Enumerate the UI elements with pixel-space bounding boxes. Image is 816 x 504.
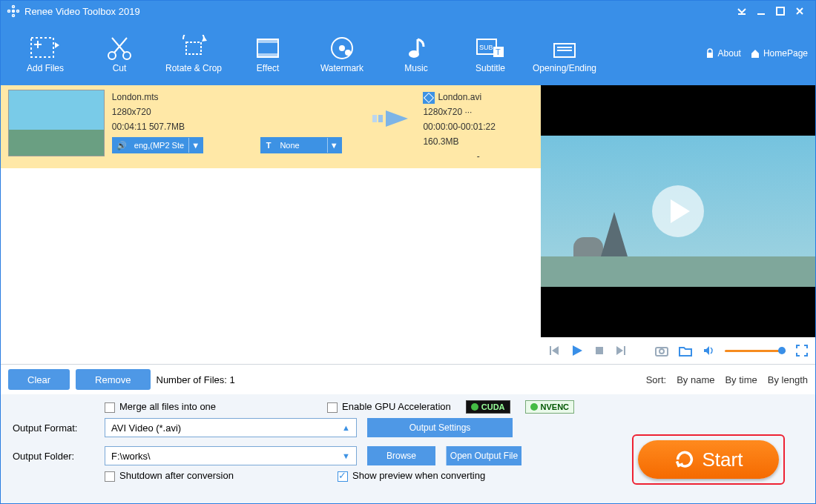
stop-button[interactable] xyxy=(594,345,605,356)
fullscreen-button[interactable] xyxy=(796,345,808,357)
subtitle-track-selector[interactable]: T None ▼ xyxy=(260,137,342,153)
sort-by-name[interactable]: By name xyxy=(677,374,714,385)
start-button[interactable]: Start xyxy=(638,440,779,479)
scissors-icon xyxy=(101,33,138,63)
file-count-label: Number of Files: 1 xyxy=(157,374,235,385)
opening-ending-button[interactable]: Opening/Ending xyxy=(527,24,602,83)
snapshot-button[interactable] xyxy=(655,345,668,357)
audio-track-selector[interactable]: 🔊 eng,(MP2 Ste ▼ xyxy=(112,137,203,153)
svg-point-19 xyxy=(345,50,351,56)
browse-button[interactable]: Browse xyxy=(367,446,435,465)
svg-rect-6 xyxy=(757,13,765,15)
svg-rect-10 xyxy=(37,41,39,48)
source-duration-size: 00:04:11 507.7MB xyxy=(112,119,260,134)
bottom-panel: Clear Remove Number of Files: 1 Sort: By… xyxy=(1,364,815,504)
file-list: London.mts 1280x720 00:04:11 507.7MB 🔊 e… xyxy=(1,85,541,364)
preview-checkbox[interactable]: Show preview when converting xyxy=(338,470,485,482)
about-link[interactable]: About xyxy=(705,48,741,59)
cuda-badge: CUDA xyxy=(466,400,510,414)
remove-button[interactable]: Remove xyxy=(76,369,150,390)
gpu-checkbox[interactable]: Enable GPU Acceleration xyxy=(327,401,451,413)
svg-rect-7 xyxy=(777,7,784,15)
main-toolbar: Add Files Cut Rotate & Crop Effect Water… xyxy=(1,21,815,85)
close-icon[interactable] xyxy=(790,1,809,21)
slate-icon xyxy=(546,33,583,63)
open-folder-button[interactable] xyxy=(679,345,692,357)
tool-label: Rotate & Crop xyxy=(165,63,222,73)
svg-rect-16 xyxy=(257,53,278,57)
add-files-button[interactable]: Add Files xyxy=(8,24,82,83)
sort-by-time[interactable]: By time xyxy=(725,374,757,385)
svg-rect-32 xyxy=(596,347,603,354)
play-overlay-button[interactable] xyxy=(652,185,704,237)
svg-rect-27 xyxy=(557,50,572,51)
volume-slider[interactable] xyxy=(725,350,786,352)
menu-dropdown-icon[interactable] xyxy=(732,1,751,21)
output-format-select[interactable]: AVI Video (*.avi) ▲ xyxy=(105,418,357,437)
output-dash: - xyxy=(423,149,533,164)
svg-text:T: T xyxy=(496,47,501,56)
svg-point-35 xyxy=(659,349,664,354)
home-icon xyxy=(750,48,760,59)
chevron-up-icon: ▲ xyxy=(342,423,350,432)
edit-icon[interactable] xyxy=(423,92,435,104)
nvenc-badge: NVENC xyxy=(525,400,575,414)
merge-checkbox[interactable]: Merge all files into one xyxy=(105,401,216,413)
svg-point-20 xyxy=(409,50,419,58)
output-folder-value: F:\works\ xyxy=(111,451,151,462)
svg-rect-5 xyxy=(738,13,746,15)
text-icon: T xyxy=(262,138,276,153)
svg-point-3 xyxy=(8,10,10,13)
svg-rect-30 xyxy=(378,115,383,122)
cuda-text: CUDA xyxy=(481,402,505,411)
video-preview[interactable] xyxy=(541,85,815,337)
svg-point-2 xyxy=(13,15,15,17)
watermark-button[interactable]: Watermark xyxy=(305,24,379,83)
tool-label: Cut xyxy=(113,63,127,73)
clear-button[interactable]: Clear xyxy=(8,369,70,390)
watermark-icon xyxy=(323,33,361,63)
output-folder-label: Output Folder: xyxy=(13,451,94,462)
cut-button[interactable]: Cut xyxy=(82,24,157,83)
output-settings-button[interactable]: Output Settings xyxy=(367,418,513,437)
rotate-crop-button[interactable]: Rotate & Crop xyxy=(157,24,231,83)
svg-point-18 xyxy=(339,45,345,51)
output-resolution: 1280x720 ··· xyxy=(423,105,533,119)
svg-rect-29 xyxy=(372,115,377,122)
svg-point-12 xyxy=(123,52,131,59)
dropdown-icon[interactable]: ▼ xyxy=(327,138,340,153)
output-filename: London.avi xyxy=(438,92,481,102)
sort-by-length[interactable]: By length xyxy=(768,374,808,385)
dropdown-icon[interactable]: ▼ xyxy=(188,138,202,153)
volume-icon[interactable] xyxy=(703,345,714,357)
arrow-icon xyxy=(363,90,423,164)
subtitle-button[interactable]: SUBT Subtitle xyxy=(453,24,527,83)
music-icon xyxy=(398,33,435,63)
output-format-label: Output Format: xyxy=(13,422,94,434)
svg-rect-33 xyxy=(624,346,625,355)
music-button[interactable]: Music xyxy=(379,24,453,83)
output-folder-select[interactable]: F:\works\ ▼ xyxy=(105,446,357,465)
open-output-file-button[interactable]: Open Output File xyxy=(446,446,521,465)
title-bar: Renee Video Toolbox 2019 xyxy=(1,1,815,21)
svg-point-4 xyxy=(17,10,19,13)
minimize-icon[interactable] xyxy=(751,1,771,21)
svg-rect-31 xyxy=(550,346,551,355)
file-thumbnail xyxy=(8,90,105,156)
tool-label: Add Files xyxy=(27,63,64,73)
output-format-value: AVI Video (*.avi) xyxy=(111,422,181,434)
svg-rect-15 xyxy=(257,39,278,43)
audio-track-label: eng,(MP2 Ste xyxy=(130,138,188,153)
prev-button[interactable] xyxy=(548,345,560,357)
file-row[interactable]: London.mts 1280x720 00:04:11 507.7MB 🔊 e… xyxy=(1,85,541,168)
player-controls xyxy=(541,337,815,364)
homepage-link[interactable]: HomePage xyxy=(750,48,808,59)
start-label: Start xyxy=(703,448,743,471)
next-button[interactable] xyxy=(615,345,627,357)
app-logo-icon xyxy=(7,4,20,18)
maximize-icon[interactable] xyxy=(771,1,790,21)
play-button[interactable] xyxy=(570,344,584,357)
tool-label: Subtitle xyxy=(476,63,505,73)
effect-button[interactable]: Effect xyxy=(231,24,305,83)
shutdown-checkbox[interactable]: Shutdown after conversion xyxy=(105,470,327,482)
